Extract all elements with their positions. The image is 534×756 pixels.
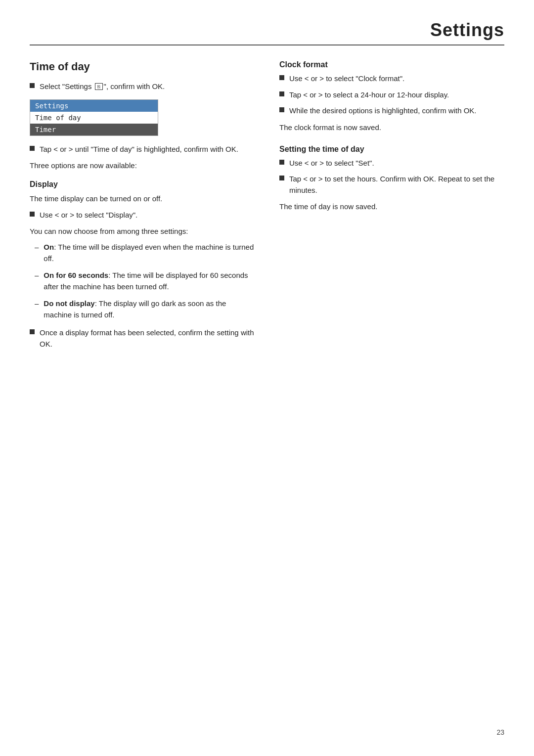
bullet-select-settings: Select "Settings ⎘", confirm with OK.	[30, 81, 255, 92]
bullet-icon-8	[279, 160, 284, 165]
bullet-icon-1	[30, 83, 35, 88]
dash-symbol-1: –	[35, 242, 39, 253]
bullet-icon-2	[30, 146, 35, 151]
setting-time-heading: Setting the time of day	[279, 145, 504, 154]
dash-bold-do-not: Do not display	[44, 299, 94, 308]
page-number: 23	[496, 728, 504, 736]
bullet-clock-confirm-text: While the desired options is highlighted…	[289, 105, 477, 117]
bullet-time-set-hours-text: Tap < or > to set the hours. Confirm wit…	[289, 174, 504, 196]
display-intro-text: The time display can be turned on or off…	[30, 193, 255, 204]
bullet-time-select-text: Use < or > to select "Set".	[289, 158, 374, 169]
right-column: Clock format Use < or > to select "Clock…	[279, 60, 504, 355]
dash-item-60-text: On for 60 seconds: The time will be disp…	[44, 270, 255, 292]
bullet-clock-select: Use < or > to select "Clock format".	[279, 73, 504, 85]
section-heading-time-of-day: Time of day	[30, 60, 255, 73]
bullet-icon-5	[279, 75, 284, 80]
bullet-clock-confirm: While the desired options is highlighted…	[279, 105, 504, 117]
bullet-use-display: Use < or > to select "Display".	[30, 210, 255, 221]
clock-format-heading: Clock format	[279, 60, 504, 69]
clock-saved-text: The clock format is now saved.	[279, 122, 504, 133]
dash-bold-60: On for 60 seconds	[44, 271, 108, 279]
bullet-icon-4	[30, 329, 35, 334]
dash-symbol-3: –	[35, 298, 39, 310]
three-options-text: Three options are now available:	[30, 160, 255, 171]
left-column: Time of day Select "Settings ⎘", confirm…	[30, 60, 255, 355]
bullet-icon-9	[279, 176, 284, 180]
dash-item-do-not-text: Do not display: The display will go dark…	[44, 298, 255, 320]
dash-item-do-not-display: – Do not display: The display will go da…	[30, 298, 255, 320]
settings-icon: ⎘	[95, 83, 103, 90]
dash-item-60seconds: – On for 60 seconds: The time will be di…	[30, 270, 255, 292]
bullet-icon-6	[279, 91, 284, 96]
settings-menu-box: Settings Time of day Timer	[30, 99, 158, 136]
bullet-tap-text: Tap < or > until "Time of day" is highli…	[40, 144, 238, 155]
bullet-once-text: Once a display format has been selected,…	[40, 327, 255, 350]
menu-row-settings: Settings	[30, 100, 158, 112]
bullet-select-settings-text: Select "Settings ⎘", confirm with OK.	[40, 81, 165, 92]
menu-row-timer: Timer	[30, 124, 158, 135]
bullet-once-format: Once a display format has been selected,…	[30, 327, 255, 350]
time-saved-text: The time of day is now saved.	[279, 201, 504, 212]
dash-symbol-2: –	[35, 270, 39, 281]
main-content: Time of day Select "Settings ⎘", confirm…	[30, 60, 504, 355]
page-header: Settings	[30, 20, 504, 45]
bullet-icon-7	[279, 107, 284, 112]
bullet-tap-time-of-day: Tap < or > until "Time of day" is highli…	[30, 144, 255, 155]
dash-item-on-text: On: The time will be displayed even when…	[44, 242, 255, 264]
bullet-use-display-text: Use < or > to select "Display".	[40, 210, 137, 221]
dash-item-on: – On: The time will be displayed even wh…	[30, 242, 255, 264]
bullet-time-set-hours: Tap < or > to set the hours. Confirm wit…	[279, 174, 504, 196]
bullet-clock-select-text: Use < or > to select "Clock format".	[289, 73, 404, 85]
bullet-time-select-set: Use < or > to select "Set".	[279, 158, 504, 169]
bullet-icon-3	[30, 212, 35, 217]
page-container: Settings Time of day Select "Settings ⎘"…	[0, 0, 534, 384]
bullet-clock-24hour: Tap < or > to select a 24-hour or 12-hou…	[279, 89, 504, 101]
dash-bold-on: On	[44, 243, 54, 251]
bullet-clock-24hour-text: Tap < or > to select a 24-hour or 12-hou…	[289, 89, 449, 101]
display-heading: Display	[30, 180, 255, 189]
choose-text: You can now choose from among three sett…	[30, 225, 255, 237]
menu-row-time-of-day: Time of day	[30, 112, 158, 124]
page-title: Settings	[430, 20, 504, 40]
